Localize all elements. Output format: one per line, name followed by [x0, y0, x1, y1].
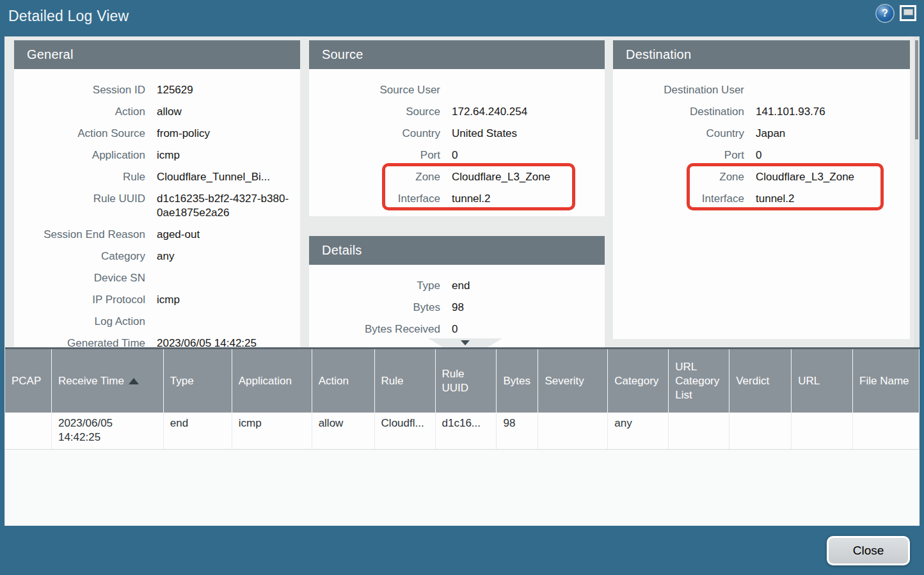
field-label: Bytes — [309, 301, 440, 315]
column-header-pcap[interactable]: PCAP — [5, 349, 52, 413]
field-value: allow — [157, 105, 182, 119]
column-header-verdict[interactable]: Verdict — [729, 349, 792, 413]
field-label: Generated Time — [14, 336, 145, 347]
upper-scrollbar-thumb[interactable] — [915, 40, 918, 139]
detailed-log-view-dialog: { "window": { "title": "Detailed Log Vie… — [0, 0, 924, 575]
column-header-label: URL Category List — [675, 360, 722, 402]
field-row-destination-user: Destination User — [613, 83, 910, 97]
field-row-category: Categoryany — [14, 249, 300, 264]
field-value: 172.64.240.254 — [452, 105, 527, 119]
column-header-url[interactable]: URL — [792, 349, 853, 413]
field-row-ip-protocol: IP Protocolicmp — [14, 293, 300, 307]
column-header-label: File Name — [859, 374, 909, 388]
field-row-country: CountryJapan — [613, 127, 910, 141]
column-header-label: Application — [239, 374, 292, 388]
field-label: Country — [613, 127, 744, 141]
details-panel-body: Typeend Bytes98 Bytes Received0 — [309, 265, 605, 336]
field-label: Action — [14, 105, 145, 119]
column-header-label: Bytes — [503, 374, 530, 388]
general-panel-body: Session ID125629 Actionallow Action Sour… — [14, 69, 300, 347]
cell-category: any — [608, 413, 669, 449]
help-icon[interactable]: ? — [877, 5, 893, 22]
column-header-application[interactable]: Application — [232, 349, 312, 413]
field-row-device-sn: Device SN — [14, 271, 300, 285]
cell-action: allow — [312, 413, 375, 449]
field-value: 0 — [756, 148, 761, 162]
field-label: Country — [309, 127, 440, 141]
sort-ascending-icon — [129, 378, 139, 384]
field-label: Device SN — [14, 271, 145, 285]
field-row-type: Typeend — [309, 279, 605, 293]
column-header-receive-time[interactable]: Receive Time — [52, 349, 164, 413]
window-restore-icon[interactable] — [900, 5, 916, 21]
column-header-label: Category — [614, 374, 658, 388]
field-row-action-source: Action Sourcefrom-policy — [14, 127, 300, 141]
upper-scrollbar-track[interactable] — [914, 36, 920, 347]
column-header-type[interactable]: Type — [164, 349, 232, 413]
window-restore-icon-glyph — [904, 9, 913, 15]
field-label: Session ID — [14, 83, 145, 97]
field-label: Port — [309, 148, 440, 162]
column-header-rule-uuid[interactable]: Rule UUID — [436, 349, 497, 413]
field-value: aged-out — [157, 228, 200, 242]
column-header-label: Receive Time — [58, 374, 124, 388]
field-row-interface: Interfacetunnel.2 — [309, 192, 605, 206]
field-row-zone: ZoneCloudflare_L3_Zone — [613, 170, 910, 184]
column-header-label: Action — [319, 374, 349, 388]
field-label: Log Action — [14, 315, 145, 329]
field-row-rule-uuid: Rule UUIDd1c16235-b2f2-4327-b380-0ae1875… — [14, 192, 300, 220]
column-header-action[interactable]: Action — [312, 349, 375, 413]
destination-panel-body: Destination User Destination141.101.93.7… — [613, 69, 910, 206]
field-row-action: Actionallow — [14, 105, 300, 119]
field-value: Cloudflare_L3_Zone — [452, 170, 550, 184]
field-label: Source User — [309, 83, 440, 97]
field-row-country: CountryUnited States — [309, 127, 605, 141]
field-value: 0 — [452, 322, 458, 336]
column-header-label: Type — [170, 374, 194, 388]
field-row-generated-time: Generated Time2023/06/05 14:42:25 — [14, 336, 300, 347]
field-label: IP Protocol — [14, 293, 145, 307]
cell-url — [792, 413, 853, 449]
field-value: from-policy — [157, 127, 210, 141]
field-label: Interface — [613, 192, 744, 206]
field-label: Source — [309, 105, 440, 119]
field-row-port: Port0 — [309, 148, 605, 162]
field-value: end — [452, 279, 470, 293]
column-header-label: Rule UUID — [442, 367, 490, 395]
cell-file-name — [853, 413, 920, 449]
log-table-row[interactable]: 2023/06/05 14:42:25 end icmp allow Cloud… — [5, 413, 920, 450]
cell-pcap — [5, 413, 52, 449]
log-detail-section: General Session ID125629 Actionallow Act… — [4, 36, 920, 347]
general-panel: General Session ID125629 Actionallow Act… — [14, 40, 300, 347]
field-label: Zone — [613, 170, 744, 184]
field-label: Interface — [309, 192, 440, 206]
field-label: Destination — [613, 105, 744, 119]
details-panel: Details Typeend Bytes98 Bytes Received0 — [309, 236, 605, 347]
field-value: tunnel.2 — [452, 192, 491, 206]
cell-receive-time: 2023/06/05 14:42:25 — [52, 413, 164, 449]
column-header-category[interactable]: Category — [608, 349, 669, 413]
field-row-port: Port0 — [613, 148, 910, 162]
cell-application: icmp — [232, 413, 312, 449]
column-header-url-category-list[interactable]: URL Category List — [669, 349, 729, 413]
field-row-application: Applicationicmp — [14, 148, 300, 162]
field-label: Rule UUID — [14, 192, 145, 220]
destination-panel: Destination Destination User Destination… — [613, 40, 910, 339]
field-label: Category — [14, 249, 145, 264]
source-panel: Source Source User Source172.64.240.254 … — [309, 40, 605, 216]
column-header-rule[interactable]: Rule — [375, 349, 436, 413]
field-label: Type — [309, 279, 440, 293]
field-value: United States — [452, 127, 517, 141]
cell-type: end — [164, 413, 232, 449]
log-entries-table: PCAP Receive Time Type Application Actio… — [4, 347, 920, 526]
field-value: 125629 — [157, 83, 193, 97]
field-row-session-end-reason: Session End Reasonaged-out — [14, 228, 300, 242]
column-header-file-name[interactable]: File Name — [853, 349, 920, 413]
field-row-zone: ZoneCloudflare_L3_Zone — [309, 170, 605, 184]
field-label: Action Source — [14, 127, 145, 141]
close-button[interactable]: Close — [827, 536, 910, 565]
column-header-bytes[interactable]: Bytes — [497, 349, 538, 413]
column-header-severity[interactable]: Severity — [538, 349, 608, 413]
field-label: Application — [14, 148, 145, 162]
field-value: Japan — [756, 127, 785, 141]
